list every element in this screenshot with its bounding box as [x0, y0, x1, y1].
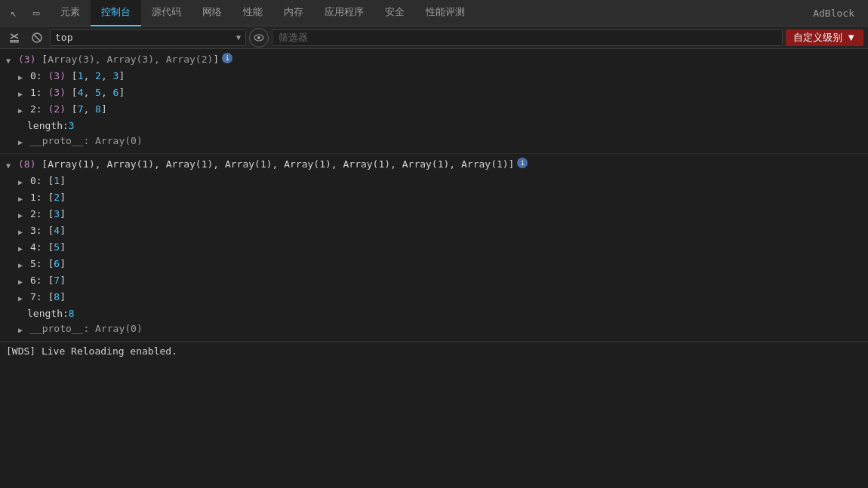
wds-message-line: [WDS] Live Reloading enabled. [0, 342, 868, 360]
wds-message-text: [WDS] Live Reloading enabled. [6, 345, 177, 357]
block-button[interactable] [27, 28, 47, 48]
tab-neicun[interactable]: 内存 [273, 0, 314, 26]
block1-proto-text: __proto__: Array(0) [30, 134, 143, 148]
custom-level-arrow: ▼ [846, 32, 856, 43]
svg-line-5 [34, 34, 41, 41]
custom-level-button[interactable]: 自定义级别 ▼ [786, 29, 863, 46]
tab-adblock[interactable]: AdBlock [802, 0, 865, 26]
tab-konzhitai[interactable]: 控制台 [91, 0, 141, 26]
block-icon [31, 32, 43, 44]
tab-anquan[interactable]: 安全 [374, 0, 415, 26]
clear-icon [9, 32, 20, 43]
cursor-icon[interactable]: ↖ [3, 2, 24, 23]
block2-item-5[interactable]: ▶ 5: [6] [0, 256, 868, 273]
block2-item-4[interactable]: ▶ 4: [5] [0, 240, 868, 256]
expand-arrow-1-0[interactable]: ▶ [18, 71, 27, 84]
console-context-selector[interactable]: ▼ [50, 29, 246, 46]
nav-bar: ↖ ▭ 元素 控制台 源代码 网络 性能 内存 应用程序 安全 性能评测 AdB… [0, 0, 868, 26]
expand-arrow-1-1[interactable]: ▶ [18, 87, 27, 101]
svg-point-7 [257, 36, 260, 39]
tab-yuandaima[interactable]: 源代码 [141, 0, 192, 26]
block2-item-6-text: 6: [7] [30, 274, 66, 287]
block1-info-badge[interactable]: i [222, 53, 232, 63]
console-block-2: ▼ (8) [Array(1), Array(1), Array(1), Arr… [0, 154, 868, 342]
block2-item-2-text: 2: [3] [30, 207, 66, 221]
device-icon[interactable]: ▭ [26, 2, 47, 23]
svg-rect-0 [10, 40, 19, 41]
block2-item-7[interactable]: ▶ 7: [8] [0, 290, 868, 306]
block2-proto[interactable]: ▶ __proto__: Array(0) [0, 321, 868, 338]
block2-header-text: (8) [Array(1), Array(1), Array(1), Array… [18, 158, 514, 171]
block1-header-text: (3) [Array(3), Array(3), Array(2)] [18, 53, 219, 66]
block1-header-line[interactable]: ▼ (3) [Array(3), Array(3), Array(2)] i [0, 52, 868, 69]
console-block-1: ▼ (3) [Array(3), Array(3), Array(2)] i ▶… [0, 49, 868, 154]
block2-item-7-text: 7: [8] [30, 290, 66, 304]
block2-proto-text: __proto__: Array(0) [30, 322, 143, 336]
expand-arrow-2-7[interactable]: ▶ [18, 292, 27, 305]
block1-item-0[interactable]: ▶ 0: (3) [1, 2, 3] [0, 69, 868, 85]
block1-length: length: 3 [0, 118, 868, 134]
console-context-input[interactable] [55, 32, 233, 43]
expand-arrow-2-6[interactable]: ▶ [18, 275, 27, 289]
eye-button[interactable] [249, 28, 269, 48]
block2-item-6[interactable]: ▶ 6: [7] [0, 273, 868, 290]
block2-item-3-text: 3: [4] [30, 224, 66, 238]
block2-item-0[interactable]: ▶ 0: [1] [0, 173, 868, 190]
tab-wangluo[interactable]: 网络 [192, 0, 232, 26]
svg-rect-1 [10, 41, 19, 43]
toolbar: ▼ 自定义级别 ▼ [0, 26, 868, 49]
block1-item-2-text: 2: (2) [7, 8] [30, 103, 107, 116]
block2-item-3[interactable]: ▶ 3: [4] [0, 223, 868, 240]
block2-item-5-text: 5: [6] [30, 257, 66, 271]
block1-proto[interactable]: ▶ __proto__: Array(0) [0, 134, 868, 150]
tab-xingnengpingce[interactable]: 性能评测 [415, 0, 476, 26]
tab-xingneng[interactable]: 性能 [232, 0, 273, 26]
expand-arrow-1-2[interactable]: ▶ [18, 104, 27, 118]
context-dropdown-arrow[interactable]: ▼ [236, 33, 241, 41]
eye-icon [254, 34, 264, 41]
expand-arrow-2-4[interactable]: ▶ [18, 242, 27, 256]
block2-item-0-text: 0: [1] [30, 174, 66, 188]
block2-item-2[interactable]: ▶ 2: [3] [0, 207, 868, 223]
console-output: ▼ (3) [Array(3), Array(3), Array(2)] i ▶… [0, 49, 868, 488]
block2-item-1-text: 1: [2] [30, 191, 66, 204]
block2-info-badge[interactable]: i [517, 158, 528, 168]
nav-icons: ↖ ▭ [3, 2, 47, 23]
block1-item-1-text: 1: (3) [4, 5, 6] [30, 86, 125, 100]
expand-arrow-1-proto[interactable]: ▶ [18, 136, 27, 149]
block2-item-1[interactable]: ▶ 1: [2] [0, 190, 868, 207]
clear-console-button[interactable] [5, 28, 24, 48]
expand-arrow-2[interactable]: ▼ [6, 159, 15, 173]
expand-arrow-2-proto[interactable]: ▶ [18, 324, 27, 337]
custom-level-label: 自定义级别 [793, 31, 842, 45]
tab-yuansu[interactable]: 元素 [50, 0, 91, 26]
block1-item-0-text: 0: (3) [1, 2, 3] [30, 69, 125, 83]
expand-arrow-2-2[interactable]: ▶ [18, 209, 27, 223]
filter-input[interactable] [272, 29, 783, 46]
expand-arrow-1[interactable]: ▼ [6, 54, 15, 68]
expand-arrow-2-5[interactable]: ▶ [18, 259, 27, 272]
expand-arrow-2-1[interactable]: ▶ [18, 192, 27, 206]
block1-item-1[interactable]: ▶ 1: (3) [4, 5, 6] [0, 85, 868, 102]
expand-arrow-2-3[interactable]: ▶ [18, 226, 27, 239]
block2-item-4-text: 4: [5] [30, 241, 66, 254]
block1-item-2[interactable]: ▶ 2: (2) [7, 8] [0, 102, 868, 118]
block2-header-line[interactable]: ▼ (8) [Array(1), Array(1), Array(1), Arr… [0, 157, 868, 173]
expand-arrow-2-0[interactable]: ▶ [18, 176, 27, 189]
tab-yingyongchengxu[interactable]: 应用程序 [314, 0, 374, 26]
block2-length: length: 8 [0, 306, 868, 321]
